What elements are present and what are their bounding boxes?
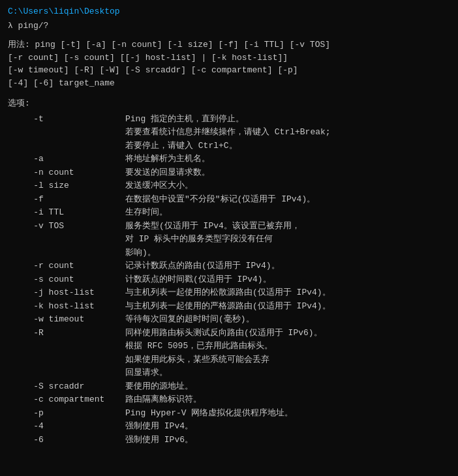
option-desc: 要使用的源地址。 xyxy=(125,380,450,393)
option-desc: 要发送的回显请求数。 xyxy=(125,166,450,179)
option-row: -c compartment 路由隔离舱标识符。 xyxy=(8,393,450,406)
path-line: C:\Users\liqin\Desktop xyxy=(8,5,450,18)
option-desc: 生存时间。 xyxy=(125,206,450,219)
option-row: -f 在数据包中设置"不分段"标记(仅适用于 IPv4)。 xyxy=(8,193,450,206)
option-row: -s count 计数跃点的时间戳(仅适用于 IPv4)。 xyxy=(8,273,450,286)
option-row: -n count 要发送的回显请求数。 xyxy=(8,166,450,179)
option-key: -r count xyxy=(8,260,125,273)
continuation-text: 对 IP 标头中的服务类型字段没有任何 xyxy=(125,233,273,246)
option-row: -6 强制使用 IPv6。 xyxy=(8,434,450,447)
usage-block: 用法: ping [-t] [-a] [-n count] [-l size] … xyxy=(8,38,450,89)
option-key: -6 xyxy=(8,434,125,447)
option-desc: 记录计数跃点的路由(仅适用于 IPv4)。 xyxy=(125,260,450,273)
option-desc: Ping 指定的主机，直到停止。 xyxy=(125,113,450,126)
option-row: -r count 记录计数跃点的路由(仅适用于 IPv4)。 xyxy=(8,260,450,273)
continuation-text: 回显请求。 xyxy=(125,366,168,379)
option-row: -v TOS 服务类型(仅适用于 IPv4。该设置已被弃用， xyxy=(8,220,450,233)
option-row: -i TTL 生存时间。 xyxy=(8,206,450,219)
option-continuation: 若要停止，请键入 Ctrl+C。 xyxy=(8,140,450,153)
option-continuation: 对 IP 标头中的服务类型字段没有任何 xyxy=(8,233,450,246)
option-key: -c compartment xyxy=(8,393,125,406)
option-key: -S srcaddr xyxy=(8,380,125,393)
continuation-text: 若要停止，请键入 Ctrl+C。 xyxy=(125,140,237,153)
option-key: -t xyxy=(8,113,125,126)
option-desc: 在数据包中设置"不分段"标记(仅适用于 IPv4)。 xyxy=(125,193,450,206)
option-row: -p Ping Hyper-V 网络虚拟化提供程序地址。 xyxy=(8,407,450,420)
option-row: -4 强制使用 IPv4。 xyxy=(8,420,450,433)
option-desc: 计数跃点的时间戳(仅适用于 IPv4)。 xyxy=(125,273,450,286)
option-key: -p xyxy=(8,407,125,420)
option-desc: 强制使用 IPv6。 xyxy=(125,434,450,447)
option-key: -s count xyxy=(8,273,125,286)
option-key: -4 xyxy=(8,420,125,433)
option-desc: 路由隔离舱标识符。 xyxy=(125,393,450,406)
option-desc: 同样使用路由标头测试反向路由(仅适用于 IPv6)。 xyxy=(125,327,450,340)
continuation-text: 若要查看统计信息并继续操作，请键入 Ctrl+Break; xyxy=(125,126,331,139)
option-key: -a xyxy=(8,153,125,166)
option-continuation: 若要查看统计信息并继续操作，请键入 Ctrl+Break; xyxy=(8,126,450,139)
option-continuation: 如果使用此标头，某些系统可能会丢弃 xyxy=(8,353,450,366)
option-desc: 与主机列表一起使用的严格源路由(仅适用于 IPv4)。 xyxy=(125,300,450,313)
continuation-text: 根据 RFC 5095，已弃用此路由标头。 xyxy=(125,340,273,353)
usage-line1: 用法: ping [-t] [-a] [-n count] [-l size] … xyxy=(8,38,450,52)
option-desc: 等待每次回复的超时时间(毫秒)。 xyxy=(125,313,450,326)
usage-line2: [-r count] [-s count] [[-j host-list] | … xyxy=(8,52,450,65)
option-continuation: 影响)。 xyxy=(8,246,450,260)
options-list: -t Ping 指定的主机，直到停止。若要查看统计信息并继续操作，请键入 Ctr… xyxy=(8,113,450,447)
option-row: -S srcaddr 要使用的源地址。 xyxy=(8,380,450,393)
option-desc: 与主机列表一起使用的松散源路由(仅适用于 IPv4)。 xyxy=(125,286,450,299)
option-desc: Ping Hyper-V 网络虚拟化提供程序地址。 xyxy=(125,407,450,420)
continuation-text: 影响)。 xyxy=(125,246,156,260)
option-row: -t Ping 指定的主机，直到停止。 xyxy=(8,113,450,126)
option-key: -w timeout xyxy=(8,313,125,326)
usage-line3: [-w timeout] [-R] [-W] [-S srcaddr] [-c … xyxy=(8,64,450,77)
option-key: -i TTL xyxy=(8,206,125,219)
option-desc: 将地址解析为主机名。 xyxy=(125,153,450,166)
option-desc: 服务类型(仅适用于 IPv4。该设置已被弃用， xyxy=(125,220,450,233)
option-continuation: 回显请求。 xyxy=(8,366,450,379)
option-key: -k host-list xyxy=(8,300,125,313)
option-row: -j host-list 与主机列表一起使用的松散源路由(仅适用于 IPv4)。 xyxy=(8,286,450,299)
option-row: -k host-list 与主机列表一起使用的严格源路由(仅适用于 IPv4)。 xyxy=(8,300,450,313)
option-desc: 发送缓冲区大小。 xyxy=(125,179,450,192)
option-key: -f xyxy=(8,193,125,206)
option-key: -n count xyxy=(8,166,125,179)
usage-line4: [-4] [-6] target_name xyxy=(8,77,450,90)
option-key: -v TOS xyxy=(8,220,125,233)
terminal-window: C:\Users\liqin\Desktop λ ping/? 用法: ping… xyxy=(8,5,450,446)
option-continuation: 根据 RFC 5095，已弃用此路由标头。 xyxy=(8,340,450,353)
options-label: 选项: xyxy=(8,97,450,110)
option-key: -j host-list xyxy=(8,286,125,299)
option-row: -w timeout 等待每次回复的超时时间(毫秒)。 xyxy=(8,313,450,326)
option-row: -R 同样使用路由标头测试反向路由(仅适用于 IPv6)。 xyxy=(8,327,450,340)
option-key: -R xyxy=(8,327,125,340)
option-key: -l size xyxy=(8,179,125,192)
option-row: -a 将地址解析为主机名。 xyxy=(8,153,450,166)
prompt-line: λ ping/? xyxy=(8,20,450,33)
continuation-text: 如果使用此标头，某些系统可能会丢弃 xyxy=(125,353,269,366)
option-row: -l size 发送缓冲区大小。 xyxy=(8,179,450,192)
option-desc: 强制使用 IPv4。 xyxy=(125,420,450,433)
